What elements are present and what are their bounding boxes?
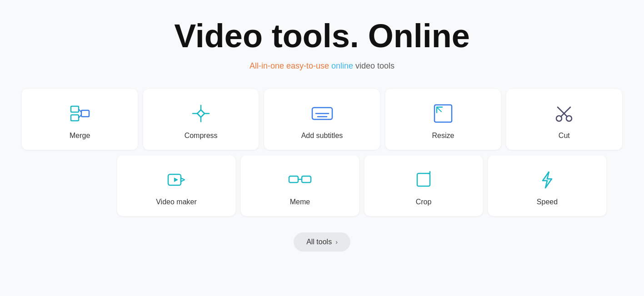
tools-row-1: Merge Compress — [22, 89, 622, 150]
tools-row-2: Video maker Meme Crop — [22, 155, 622, 216]
all-tools-button[interactable]: All tools › — [294, 232, 350, 252]
tool-card-meme[interactable]: Meme — [241, 155, 359, 216]
subtitles-icon — [310, 102, 334, 125]
all-tools-label: All tools — [306, 238, 332, 246]
compress-label: Compress — [185, 132, 218, 140]
tool-card-cut[interactable]: Cut — [506, 89, 622, 150]
svg-rect-2 — [81, 110, 89, 117]
merge-label: Merge — [70, 132, 90, 140]
chevron-right-icon: › — [335, 238, 338, 246]
svg-rect-1 — [71, 115, 79, 121]
svg-line-21 — [437, 107, 441, 112]
svg-marker-27 — [181, 178, 185, 182]
page-subtitle: All-in-one easy-to-use online video tool… — [250, 61, 394, 71]
subtitle-part4: video tools — [353, 61, 394, 70]
svg-rect-32 — [417, 173, 430, 186]
crop-icon — [412, 168, 435, 192]
cut-label: Cut — [559, 132, 570, 140]
speed-label: Speed — [537, 198, 558, 206]
resize-label: Resize — [432, 132, 454, 140]
speed-icon — [535, 168, 559, 192]
video-maker-label: Video maker — [156, 198, 197, 206]
tool-card-merge[interactable]: Merge — [22, 89, 137, 150]
subtitle-part1: All-in-one easy-to-use — [250, 61, 329, 70]
compress-icon — [189, 102, 213, 125]
tool-card-compress[interactable]: Compress — [143, 89, 259, 150]
svg-line-14 — [197, 113, 199, 115]
svg-rect-29 — [289, 176, 298, 183]
tool-card-crop[interactable]: Crop — [364, 155, 483, 216]
tool-card-resize[interactable]: Resize — [385, 89, 501, 150]
video-maker-icon — [165, 168, 188, 192]
page-title: Video tools. Online — [174, 18, 470, 54]
merge-icon — [68, 102, 92, 125]
tool-card-video-maker[interactable]: Video maker — [117, 155, 235, 216]
svg-marker-28 — [174, 178, 178, 182]
svg-rect-0 — [71, 106, 79, 112]
subtitles-label: Add subtitles — [301, 132, 343, 140]
subtitle-part3: online — [331, 61, 353, 70]
cut-icon — [552, 102, 576, 125]
crop-label: Crop — [416, 198, 432, 206]
tool-card-speed[interactable]: Speed — [488, 155, 606, 216]
resize-icon — [431, 102, 455, 125]
svg-rect-30 — [302, 176, 311, 183]
meme-icon — [288, 168, 312, 192]
tool-card-add-subtitles[interactable]: Add subtitles — [264, 89, 379, 150]
svg-line-16 — [203, 113, 205, 115]
meme-label: Meme — [290, 198, 310, 206]
tools-grid: Merge Compress — [22, 89, 622, 222]
